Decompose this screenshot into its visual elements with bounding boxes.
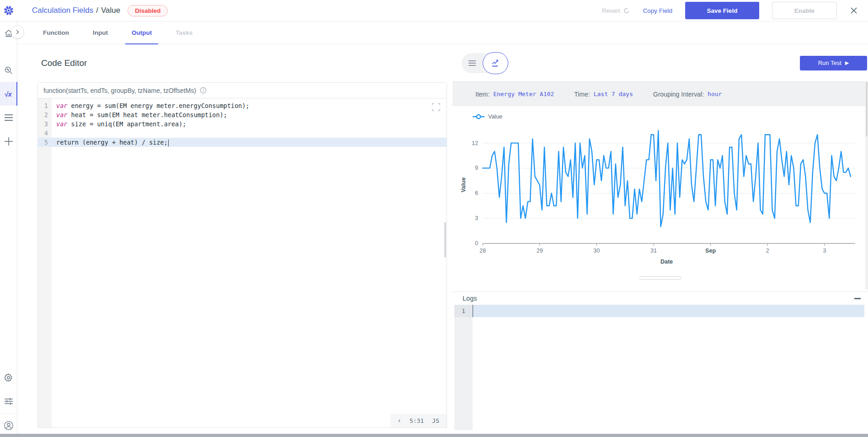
- svg-text:12: 12: [472, 140, 478, 146]
- copy-field-button[interactable]: Copy Field: [643, 7, 672, 14]
- tab-output[interactable]: Output: [120, 22, 164, 44]
- line-number-gutter: [38, 98, 52, 427]
- close-icon[interactable]: [850, 6, 858, 15]
- search-telemetry-icon[interactable]: [0, 58, 17, 82]
- view-toggle: [462, 53, 508, 73]
- svg-text:6: 6: [475, 190, 478, 196]
- code-editor-title: Code Editor: [41, 58, 453, 68]
- table-view-toggle[interactable]: [462, 53, 483, 73]
- tab-tasks[interactable]: Tasks: [164, 22, 204, 44]
- info-icon[interactable]: [200, 87, 207, 94]
- run-test-button[interactable]: Run Test ▶: [800, 56, 867, 70]
- breadcrumb-link[interactable]: Calculation Fields: [32, 6, 93, 15]
- test-params-row: Item: Energy Meter A102 Time: Last 7 day…: [453, 81, 868, 106]
- param-grouping: Grouping Interval: hour: [653, 91, 722, 98]
- sidebar: √x: [0, 22, 17, 437]
- function-signature: function(startTs, endTs, groupBy, tzName…: [43, 87, 196, 94]
- code-area[interactable]: 1 var energy = sum(EM energy meter.energ…: [38, 98, 447, 427]
- breadcrumb-current: Value: [101, 6, 120, 15]
- tab-bar: Function Input Output Tasks: [17, 22, 868, 44]
- logs-title: Logs: [463, 295, 477, 302]
- logs-section: Logs 1: [453, 291, 868, 434]
- code-line-2[interactable]: 2 var heat = sum(EM heat meter.heatConsu…: [38, 110, 447, 119]
- expand-sidebar-button[interactable]: [11, 26, 24, 38]
- svg-text:9: 9: [475, 165, 478, 171]
- collapse-logs-icon[interactable]: [854, 298, 861, 299]
- chevron-right-icon: [15, 30, 20, 34]
- svg-text:3: 3: [823, 248, 826, 254]
- svg-text:Value: Value: [460, 178, 467, 193]
- code-line-1[interactable]: 1 var energy = sum(EM energy meter.energ…: [38, 101, 447, 110]
- code-line-4[interactable]: 4: [38, 129, 447, 138]
- results-scrollbar[interactable]: [865, 81, 868, 290]
- code-line-5[interactable]: 5 return (energy + heat) / size;: [38, 138, 447, 147]
- breadcrumb-separator: /: [96, 6, 98, 15]
- menu-icon[interactable]: [0, 106, 17, 129]
- legend-label: Value: [488, 113, 502, 120]
- trend-chart-icon: [491, 59, 500, 68]
- function-signature-bar: function(startTs, endTs, groupBy, tzName…: [38, 83, 447, 98]
- param-item: Item: Energy Meter A102: [475, 91, 554, 98]
- editor-scrollbar[interactable]: [444, 98, 447, 427]
- app-header: Calculation Fields / Value Disabled Reve…: [0, 0, 868, 22]
- param-item-value[interactable]: Energy Meter A102: [493, 91, 554, 97]
- logs-gutter: [454, 305, 473, 430]
- logs-line-1[interactable]: 1: [454, 305, 864, 317]
- sliders-icon[interactable]: [0, 389, 17, 413]
- fullscreen-icon[interactable]: [432, 103, 440, 111]
- breadcrumb: Calculation Fields / Value: [32, 6, 120, 15]
- revert-label: Revert: [602, 7, 620, 14]
- refresh-icon: [623, 7, 630, 14]
- results-scrollbar-thumb[interactable]: [866, 81, 868, 136]
- svg-text:29: 29: [537, 248, 543, 254]
- enable-button[interactable]: Enable: [772, 2, 837, 19]
- chart-card: Value 03691228293031Sep23DateValue: [453, 106, 868, 275]
- status-badge: Disabled: [128, 5, 168, 16]
- logs-editor[interactable]: 1: [453, 305, 868, 434]
- svg-text:Date: Date: [660, 259, 673, 265]
- svg-text:0: 0: [475, 240, 478, 247]
- statusbar-collapse-icon[interactable]: ‹: [398, 417, 401, 424]
- value-chart[interactable]: 03691228293031Sep23DateValue: [460, 120, 861, 273]
- legend-item-value[interactable]: Value: [473, 113, 861, 120]
- svg-text:31: 31: [650, 248, 657, 254]
- horizontal-scrollbar[interactable]: [0, 434, 868, 437]
- code-editor-pane: Code Editor function(startTs, endTs, gro…: [17, 44, 453, 437]
- text-cursor: [168, 140, 169, 146]
- test-pane: Run Test ▶ Item: Energy Meter A102 Time:…: [453, 44, 868, 434]
- legend-marker-icon: [473, 114, 485, 119]
- svg-text:30: 30: [593, 248, 600, 254]
- param-time: Time: Last 7 days: [574, 91, 633, 98]
- add-icon[interactable]: [0, 129, 17, 153]
- play-icon: ▶: [845, 60, 849, 66]
- param-grouping-value[interactable]: hour: [708, 91, 722, 97]
- settings-gear-icon[interactable]: [0, 366, 17, 389]
- editor-scrollbar-thumb[interactable]: [444, 222, 446, 258]
- code-editor: function(startTs, endTs, groupBy, tzName…: [37, 82, 447, 428]
- logs-active-line: [473, 305, 864, 317]
- editor-statusbar: ‹ 5:31 JS: [390, 414, 447, 427]
- svg-text:28: 28: [479, 248, 486, 254]
- result-toolbar: Run Test ▶: [453, 44, 868, 81]
- tab-input[interactable]: Input: [81, 22, 120, 44]
- chart-view-toggle[interactable]: [483, 52, 508, 74]
- save-field-button[interactable]: Save Field: [685, 2, 759, 19]
- list-icon: [468, 60, 476, 66]
- svg-text:Sep: Sep: [705, 248, 716, 254]
- tab-function[interactable]: Function: [31, 22, 81, 44]
- calculation-fields-icon[interactable]: √x: [0, 82, 17, 106]
- revert-button[interactable]: Revert: [602, 7, 630, 14]
- app-logo-icon: [3, 5, 14, 16]
- panel-splitter: [453, 275, 868, 281]
- svg-text:2: 2: [766, 248, 769, 254]
- cursor-position: 5:31: [410, 417, 424, 424]
- code-line-3[interactable]: 3 var size = uniq(EM apartment.area);: [38, 119, 447, 129]
- splitter-drag-handle[interactable]: [639, 276, 682, 280]
- param-time-value[interactable]: Last 7 days: [594, 91, 633, 97]
- language-badge: JS: [432, 417, 439, 424]
- svg-text:3: 3: [475, 215, 478, 221]
